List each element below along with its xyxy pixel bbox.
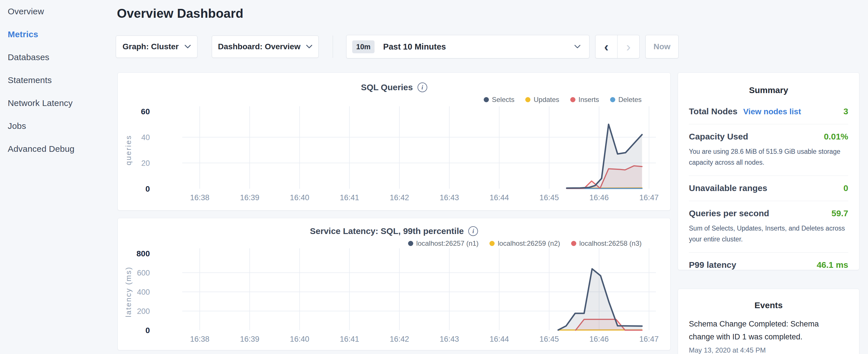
summary-label: Capacity Used	[689, 132, 748, 141]
sidebar-item-statements[interactable]: Statements	[8, 75, 112, 85]
svg-text:16:40: 16:40	[290, 335, 309, 344]
svg-text:0: 0	[145, 326, 150, 335]
sidebar-item-overview[interactable]: Overview	[8, 6, 112, 17]
graph-scope-dropdown[interactable]: Graph: Cluster	[116, 35, 197, 58]
summary-panel: Summary Total Nodes View nodes list 3 Ca…	[678, 72, 859, 270]
sidebar-item-metrics[interactable]: Metrics	[8, 29, 112, 39]
summary-value: 0.01%	[824, 132, 848, 141]
summary-value: 3	[843, 106, 848, 116]
events-title: Events	[678, 300, 859, 310]
summary-label: Total Nodes	[689, 106, 737, 116]
svg-text:40: 40	[141, 133, 150, 142]
svg-text:20: 20	[141, 159, 150, 167]
svg-text:16:44: 16:44	[490, 193, 509, 202]
summary-value: 46.1 ms	[817, 260, 848, 270]
svg-text:16:38: 16:38	[190, 335, 210, 344]
svg-text:16:42: 16:42	[390, 335, 409, 344]
svg-text:800: 800	[136, 249, 150, 258]
svg-text:16:40: 16:40	[290, 193, 309, 202]
sidebar-item-advanced-debug[interactable]: Advanced Debug	[8, 144, 112, 154]
summary-description: Sum of Selects, Updates, Inserts, and De…	[689, 223, 848, 245]
chevron-down-icon	[574, 45, 581, 49]
summary-value: 0	[843, 183, 848, 193]
dashboard-dropdown[interactable]: Dashboard: Overview	[212, 35, 319, 58]
overview-dashboard-page: { "sidebar": { "items": [ {"label": "Ove…	[0, 0, 868, 354]
summary-description: You are using 28.6 MiB of 515.9 GiB usab…	[689, 146, 848, 168]
time-range-label: Past 10 Minutes	[383, 42, 568, 52]
page-title: Overview Dashboard	[117, 6, 243, 21]
summary-row-total-nodes: Total Nodes View nodes list 3	[689, 99, 848, 124]
time-now-button[interactable]: Now	[645, 35, 679, 58]
time-step-forward-button[interactable]: ›	[618, 35, 639, 58]
svg-text:200: 200	[137, 307, 150, 316]
graph-scope-label: Graph: Cluster	[122, 42, 179, 51]
time-range-dropdown[interactable]: 10m Past 10 Minutes	[346, 35, 589, 58]
service-latency-chart-panel: Service Latency: SQL, 99th percentile i …	[118, 218, 671, 350]
summary-label: Unavailable ranges	[689, 183, 767, 193]
view-nodes-list-link[interactable]: View nodes list	[743, 107, 801, 116]
summary-title: Summary	[678, 85, 859, 95]
svg-text:60: 60	[141, 107, 150, 116]
svg-text:600: 600	[137, 269, 150, 277]
svg-text:400: 400	[137, 288, 150, 296]
summary-row-queries-per-second: Queries per second 59.7 Sum of Selects, …	[689, 201, 848, 253]
event-timestamp: May 13, 2020 at 4:45 PM	[689, 346, 848, 354]
time-range-badge: 10m	[352, 40, 375, 53]
svg-text:16:45: 16:45	[539, 193, 559, 202]
svg-text:16:39: 16:39	[240, 193, 259, 202]
summary-value: 59.7	[832, 208, 848, 218]
summary-row-p99-latency: P99 latency 46.1 ms	[689, 253, 848, 278]
event-list-item[interactable]: Schema Change Completed: Schema change w…	[678, 318, 859, 354]
svg-text:0: 0	[145, 185, 150, 193]
summary-row-unavailable-ranges: Unavailable ranges 0	[689, 176, 848, 201]
event-message: Schema Change Completed: Schema change w…	[689, 318, 829, 344]
svg-text:16:43: 16:43	[440, 335, 459, 344]
svg-text:queries: queries	[124, 135, 133, 165]
chevron-down-icon	[185, 45, 191, 49]
summary-label: Queries per second	[689, 208, 769, 218]
sidebar-nav: Overview Metrics Databases Statements Ne…	[0, 0, 112, 354]
sidebar-item-jobs[interactable]: Jobs	[8, 121, 112, 131]
summary-row-capacity-used: Capacity Used 0.01% You are using 28.6 M…	[689, 124, 848, 176]
sidebar-item-network-latency[interactable]: Network Latency	[8, 98, 112, 108]
svg-text:16:43: 16:43	[440, 193, 459, 202]
svg-text:16:47: 16:47	[639, 335, 659, 344]
time-step-buttons: ‹ ›	[595, 35, 640, 58]
svg-text:16:42: 16:42	[390, 193, 409, 202]
events-panel: Events Schema Change Completed: Schema c…	[678, 289, 859, 354]
svg-text:16:38: 16:38	[190, 193, 210, 202]
time-step-back-button[interactable]: ‹	[595, 35, 618, 58]
service-latency-chart[interactable]: 16:3816:3916:4016:4116:4216:4316:4416:45…	[118, 218, 671, 351]
svg-text:16:46: 16:46	[589, 193, 609, 202]
sidebar-item-databases[interactable]: Databases	[8, 52, 112, 62]
dashboard-label: Dashboard: Overview	[218, 42, 301, 51]
svg-text:16:44: 16:44	[490, 335, 509, 344]
svg-text:16:45: 16:45	[539, 335, 559, 344]
sql-queries-chart[interactable]: 16:3816:3916:4016:4116:4216:4316:4416:45…	[118, 73, 671, 211]
svg-text:16:46: 16:46	[589, 335, 609, 344]
svg-text:16:39: 16:39	[240, 335, 259, 344]
chevron-down-icon	[306, 45, 312, 49]
summary-label: P99 latency	[689, 260, 736, 270]
svg-text:16:47: 16:47	[639, 193, 659, 202]
svg-text:16:41: 16:41	[340, 335, 359, 344]
svg-text:16:41: 16:41	[340, 193, 359, 202]
controls-divider	[333, 35, 333, 58]
svg-text:latency (ms): latency (ms)	[124, 266, 133, 317]
sql-queries-chart-panel: SQL Queries i SelectsUpdatesInsertsDelet…	[118, 72, 671, 211]
